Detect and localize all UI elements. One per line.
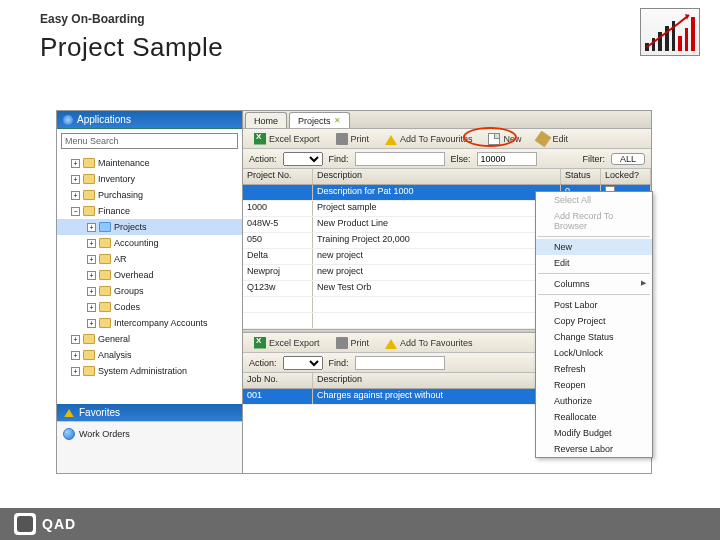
filter-select[interactable]: ALL (611, 153, 645, 165)
expand-toggle[interactable]: − (71, 207, 80, 216)
tree-item[interactable]: +Codes (57, 299, 242, 315)
tree-item[interactable]: +System Administration (57, 363, 242, 379)
col-description[interactable]: Description (313, 169, 561, 184)
folder-icon (99, 286, 111, 296)
ctx-new[interactable]: New (536, 239, 652, 255)
tree-item[interactable]: +Analysis (57, 347, 242, 363)
folder-icon (83, 158, 95, 168)
ctx-post-labor[interactable]: Post Labor (536, 297, 652, 313)
expand-toggle[interactable]: + (87, 239, 96, 248)
favorites-title: Favorites (79, 407, 120, 418)
add-favourite-button[interactable]: Add To Favourites (380, 131, 477, 147)
tree-item[interactable]: +Projects (57, 219, 242, 235)
expand-toggle[interactable]: + (71, 159, 80, 168)
tree-item[interactable]: +Accounting (57, 235, 242, 251)
ctx-add-record[interactable]: Add Record To Browser (536, 208, 652, 234)
star-icon (385, 133, 397, 145)
slide-title: Project Sample (40, 32, 680, 63)
toolbar-top: Excel Export Print Add To Favourites New… (243, 129, 651, 149)
qad-brand: QAD (42, 516, 76, 532)
print-label: Print (351, 338, 370, 348)
expand-toggle[interactable]: + (71, 191, 80, 200)
ctx-modify-budget[interactable]: Modify Budget (536, 425, 652, 441)
tree-item[interactable]: +Purchasing (57, 187, 242, 203)
favorite-label: Work Orders (79, 429, 130, 439)
tree-label: Groups (114, 286, 144, 296)
expand-toggle[interactable]: + (71, 175, 80, 184)
folder-icon (99, 254, 111, 264)
main-panel: Home Projects✕ Excel Export Print Add To… (243, 111, 651, 473)
action-label: Action: (249, 358, 277, 368)
tab-home[interactable]: Home (245, 112, 287, 128)
expand-toggle[interactable]: + (87, 255, 96, 264)
new-button[interactable]: New (483, 131, 526, 147)
expand-toggle[interactable]: + (87, 303, 96, 312)
col-status[interactable]: Status (561, 169, 601, 184)
excel-export-label: Excel Export (269, 338, 320, 348)
excel-export-button-bot[interactable]: Excel Export (249, 335, 325, 351)
ctx-authorize[interactable]: Authorize (536, 393, 652, 409)
tab-projects-label: Projects (298, 116, 331, 126)
add-favourite-button-bot[interactable]: Add To Favourites (380, 335, 477, 351)
ctx-reverse-labor[interactable]: Reverse Labor (536, 441, 652, 457)
tab-projects[interactable]: Projects✕ (289, 112, 350, 128)
col-locked[interactable]: Locked? (601, 169, 651, 184)
favorite-item[interactable]: Work Orders (63, 426, 236, 442)
ctx-lock[interactable]: Lock/Unlock (536, 345, 652, 361)
menu-search-input[interactable] (61, 133, 238, 149)
edit-button[interactable]: Edit (532, 131, 573, 147)
new-label: New (503, 134, 521, 144)
expand-toggle[interactable]: + (71, 367, 80, 376)
find-input-bot[interactable] (355, 356, 445, 370)
tree-item[interactable]: +Intercompany Accounts (57, 315, 242, 331)
expand-toggle[interactable]: + (71, 335, 80, 344)
ctx-refresh[interactable]: Refresh (536, 361, 652, 377)
add-favourite-label: Add To Favourites (400, 338, 472, 348)
col-project-no[interactable]: Project No. (243, 169, 313, 184)
ctx-reallocate[interactable]: Reallocate (536, 409, 652, 425)
new-icon (488, 133, 500, 145)
applications-title: Applications (77, 114, 131, 125)
tab-home-label: Home (254, 116, 278, 126)
folder-icon (99, 222, 111, 232)
applications-icon (63, 115, 73, 125)
tree-item[interactable]: +AR (57, 251, 242, 267)
close-icon[interactable]: ✕ (334, 116, 341, 125)
ctx-edit[interactable]: Edit (536, 255, 652, 271)
star-icon (64, 409, 74, 417)
excel-export-button[interactable]: Excel Export (249, 131, 325, 147)
tree-item[interactable]: +Maintenance (57, 155, 242, 171)
tree-label: Intercompany Accounts (114, 318, 208, 328)
favorites-header: Favorites (57, 404, 242, 421)
tree-item[interactable]: +Overhead (57, 267, 242, 283)
tree-item[interactable]: −Finance (57, 203, 242, 219)
folder-icon (83, 174, 95, 184)
folder-icon (83, 350, 95, 360)
expand-toggle[interactable]: + (87, 287, 96, 296)
left-panel: Applications +Maintenance+Inventory+Purc… (57, 111, 243, 473)
print-button[interactable]: Print (331, 131, 375, 147)
add-favourite-label: Add To Favourites (400, 134, 472, 144)
folder-icon (99, 318, 111, 328)
expand-toggle[interactable]: + (87, 223, 96, 232)
col-job-no[interactable]: Job No. (243, 373, 313, 388)
context-menu: Select All Add Record To Browser New Edi… (535, 191, 653, 458)
folder-icon (83, 366, 95, 376)
ctx-change-status[interactable]: Change Status (536, 329, 652, 345)
ctx-select-all[interactable]: Select All (536, 192, 652, 208)
tree-item[interactable]: +Inventory (57, 171, 242, 187)
expand-toggle[interactable]: + (87, 319, 96, 328)
else-input[interactable] (477, 152, 537, 166)
tree-item[interactable]: +General (57, 331, 242, 347)
ctx-columns[interactable]: Columns (536, 276, 652, 292)
tree-label: Analysis (98, 350, 132, 360)
find-input[interactable] (355, 152, 445, 166)
action-select[interactable] (283, 152, 323, 166)
ctx-copy-project[interactable]: Copy Project (536, 313, 652, 329)
print-button-bot[interactable]: Print (331, 335, 375, 351)
expand-toggle[interactable]: + (87, 271, 96, 280)
action-select-bot[interactable] (283, 356, 323, 370)
expand-toggle[interactable]: + (71, 351, 80, 360)
tree-item[interactable]: +Groups (57, 283, 242, 299)
ctx-reopen[interactable]: Reopen (536, 377, 652, 393)
